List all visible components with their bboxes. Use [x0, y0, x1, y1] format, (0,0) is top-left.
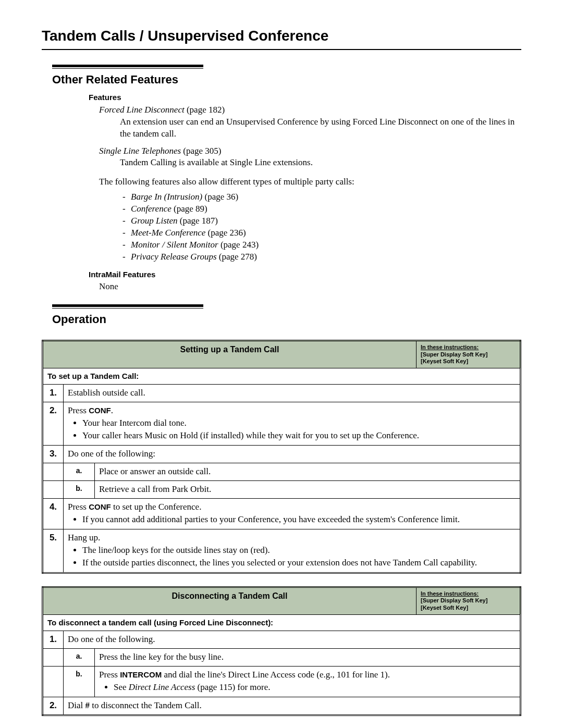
list-page: (page 236) [205, 228, 246, 238]
feature-item: Single Line Telephones (page 305) Tandem… [99, 145, 521, 169]
table-row: 4. Press CONF to set up the Conference. … [43, 498, 521, 529]
list-page: (page 243) [218, 240, 259, 250]
section-other-related: Other Related Features [52, 65, 521, 88]
step-text: Press CONF to set up the Conference. If … [64, 498, 521, 529]
table-disconnect-tandem: Disconnecting a Tandem Call In these ins… [42, 586, 521, 716]
table-row: a. Press the line key for the busy line. [43, 649, 521, 667]
substep-text: Retrieve a call from Park Orbit. [95, 480, 521, 498]
feature-dash-list: -Barge In (Intrusion) (page 36) -Confere… [123, 191, 521, 263]
step-text: Do one of the following: [64, 446, 521, 463]
table-subheader: To set up a Tandem Call: [43, 368, 521, 385]
substep-text: Press the line key for the busy line. [95, 649, 521, 667]
note-line: [Super Display Soft Key] [421, 351, 487, 357]
feature-desc: An extension user can end an Unsupervise… [120, 116, 521, 140]
list-page: (page 36) [202, 192, 238, 202]
list-name: Privacy Release Groups [131, 252, 217, 262]
step-text: Hang up. The line/loop keys for the outs… [64, 529, 521, 573]
bullet: Your caller hears Music on Hold (if inst… [82, 430, 516, 442]
table-row: 5. Hang up. The line/loop keys for the o… [43, 529, 521, 573]
rule-thick [52, 304, 203, 307]
rule-thin [52, 68, 203, 69]
section-title-features: Other Related Features [52, 72, 521, 88]
table-row: 2. Dial # to disconnect the Tandem Call. [43, 697, 521, 715]
bullet: See Direct Line Access (page 115) for mo… [114, 682, 516, 694]
table-setup-tandem: Setting up a Tandem Call In these instru… [42, 340, 521, 574]
step-text: Press CONF. Your hear Intercom dial tone… [64, 402, 521, 446]
bullet: Your hear Intercom dial tone. [82, 417, 516, 429]
table-subheader: To disconnect a tandem call (using Force… [43, 614, 521, 631]
list-name: Meet-Me Conference [131, 228, 205, 238]
table-title: Disconnecting a Tandem Call [43, 587, 417, 614]
step-text: Dial # to disconnect the Tandem Call. [64, 697, 521, 715]
note-line: In these instructions: [421, 344, 479, 350]
note-line: [Super Display Soft Key] [421, 597, 487, 603]
table-title: Setting up a Tandem Call [43, 340, 417, 368]
table-note: In these instructions: [Super Display So… [417, 587, 521, 614]
intramail-none: None [99, 281, 521, 293]
table-row: 1. Do one of the following. [43, 631, 521, 649]
section-operation: Operation [52, 304, 521, 327]
feature-page: (page 182) [185, 105, 225, 115]
list-name: Conference [131, 204, 172, 214]
table-row: 1. Establish outside call. [43, 385, 521, 402]
features-paragraph: The following features also allow differ… [99, 176, 521, 188]
note-line: In these instructions: [421, 590, 479, 597]
list-page: (page 278) [217, 252, 257, 262]
feature-item: Forced Line Disconnect (page 182) An ext… [99, 104, 521, 140]
note-line: [Keyset Soft Key] [421, 358, 468, 364]
intramail-block: IntraMail Features [89, 269, 521, 280]
list-name: Monitor / Silent Monitor [131, 240, 218, 250]
features-block: Features Forced Line Disconnect (page 18… [89, 92, 521, 169]
list-page: (page 187) [178, 216, 218, 226]
note-line: [Keyset Soft Key] [421, 604, 468, 611]
table-row: b. Press INTERCOM and dial the line's Di… [43, 666, 521, 697]
bullet: If the outside parties disconnect, the l… [82, 557, 516, 569]
bullet: If you cannot add additional parties to … [82, 514, 516, 526]
feature-page: (page 305) [181, 146, 221, 156]
rule-thin [52, 308, 203, 309]
step-text: Do one of the following. [64, 631, 521, 649]
table-note: In these instructions: [Super Display So… [417, 340, 521, 368]
substep-text: Place or answer an outside call. [95, 463, 521, 481]
section-title-operation: Operation [52, 312, 521, 327]
intramail-label: IntraMail Features [89, 269, 521, 280]
page-title: Tandem Calls / Unsupervised Conference [42, 26, 521, 50]
table-row: 2. Press CONF. Your hear Intercom dial t… [43, 402, 521, 446]
feature-desc: Tandem Calling is available at Single Li… [120, 157, 521, 169]
list-name: Barge In (Intrusion) [131, 192, 202, 202]
feature-ref: Single Line Telephones [99, 146, 181, 156]
feature-ref: Forced Line Disconnect [99, 105, 185, 115]
list-page: (page 89) [172, 204, 207, 214]
table-row: b. Retrieve a call from Park Orbit. [43, 480, 521, 498]
list-name: Group Listen [131, 216, 178, 226]
rule-thick [52, 65, 203, 67]
substep-text: Press INTERCOM and dial the line's Direc… [95, 666, 521, 697]
table-row: 3. Do one of the following: [43, 446, 521, 463]
bullet: The line/loop keys for the outside lines… [82, 545, 516, 557]
step-text: Establish outside call. [64, 385, 521, 402]
features-label: Features [89, 92, 521, 103]
table-row: a. Place or answer an outside call. [43, 463, 521, 481]
